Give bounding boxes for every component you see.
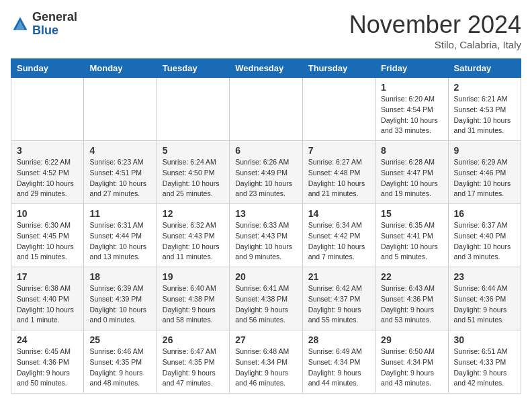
calendar-cell: 20Sunrise: 6:41 AM Sunset: 4:38 PM Dayli…: [230, 267, 302, 330]
day-number: 1: [381, 82, 442, 93]
calendar-cell: 16Sunrise: 6:37 AM Sunset: 4:40 PM Dayli…: [448, 204, 521, 267]
calendar-cell: 29Sunrise: 6:50 AM Sunset: 4:34 PM Dayli…: [375, 330, 448, 394]
week-row-1: 1Sunrise: 6:20 AM Sunset: 4:54 PM Daylig…: [11, 78, 521, 141]
day-header-friday: Friday: [375, 59, 448, 78]
day-info: Sunrise: 6:24 AM Sunset: 4:50 PM Dayligh…: [163, 157, 224, 199]
day-info: Sunrise: 6:26 AM Sunset: 4:49 PM Dayligh…: [235, 157, 296, 199]
calendar-cell: 13Sunrise: 6:33 AM Sunset: 4:43 PM Dayli…: [230, 204, 302, 267]
day-info: Sunrise: 6:32 AM Sunset: 4:43 PM Dayligh…: [163, 220, 224, 263]
day-number: 30: [454, 334, 515, 345]
week-row-5: 24Sunrise: 6:45 AM Sunset: 4:36 PM Dayli…: [11, 330, 521, 394]
calendar-cell: 9Sunrise: 6:29 AM Sunset: 4:46 PM Daylig…: [448, 141, 521, 204]
calendar-cell: 18Sunrise: 6:39 AM Sunset: 4:39 PM Dayli…: [84, 267, 157, 330]
day-number: 17: [17, 271, 78, 282]
day-info: Sunrise: 6:49 AM Sunset: 4:34 PM Dayligh…: [308, 347, 369, 389]
logo-general: General: [32, 10, 77, 24]
day-number: 20: [235, 271, 296, 282]
calendar-cell: 14Sunrise: 6:34 AM Sunset: 4:42 PM Dayli…: [302, 204, 375, 267]
day-info: Sunrise: 6:21 AM Sunset: 4:53 PM Dayligh…: [454, 94, 515, 136]
day-number: 4: [89, 145, 150, 156]
week-row-2: 3Sunrise: 6:22 AM Sunset: 4:52 PM Daylig…: [11, 141, 521, 204]
day-info: Sunrise: 6:50 AM Sunset: 4:34 PM Dayligh…: [381, 347, 442, 389]
day-header-sunday: Sunday: [11, 59, 84, 78]
title-block: November 2024 Stilo, Calabria, Italy: [349, 11, 521, 50]
day-info: Sunrise: 6:35 AM Sunset: 4:41 PM Dayligh…: [381, 220, 442, 263]
day-info: Sunrise: 6:39 AM Sunset: 4:39 PM Dayligh…: [89, 283, 150, 326]
calendar-cell: [11, 78, 84, 141]
calendar-cell: [157, 78, 229, 141]
day-header-thursday: Thursday: [302, 59, 375, 78]
day-info: Sunrise: 6:33 AM Sunset: 4:43 PM Dayligh…: [235, 220, 296, 263]
day-info: Sunrise: 6:38 AM Sunset: 4:40 PM Dayligh…: [17, 283, 78, 326]
day-number: 22: [381, 271, 442, 282]
day-info: Sunrise: 6:40 AM Sunset: 4:38 PM Dayligh…: [163, 283, 224, 326]
day-number: 19: [163, 271, 224, 282]
calendar-cell: 26Sunrise: 6:47 AM Sunset: 4:35 PM Dayli…: [157, 330, 229, 394]
logo-blue: Blue: [32, 24, 58, 37]
day-number: 29: [381, 334, 442, 345]
day-number: 6: [235, 145, 296, 156]
page-header: General Blue November 2024 Stilo, Calabr…: [11, 11, 521, 50]
calendar-cell: 17Sunrise: 6:38 AM Sunset: 4:40 PM Dayli…: [11, 267, 84, 330]
week-row-3: 10Sunrise: 6:30 AM Sunset: 4:45 PM Dayli…: [11, 204, 521, 267]
logo: General Blue: [11, 11, 77, 38]
day-number: 12: [163, 208, 224, 219]
calendar-cell: 25Sunrise: 6:46 AM Sunset: 4:35 PM Dayli…: [84, 330, 157, 394]
day-number: 9: [454, 145, 515, 156]
day-number: 18: [89, 271, 150, 282]
day-info: Sunrise: 6:20 AM Sunset: 4:54 PM Dayligh…: [381, 94, 442, 136]
day-info: Sunrise: 6:27 AM Sunset: 4:48 PM Dayligh…: [308, 157, 369, 199]
day-number: 28: [308, 334, 369, 345]
day-info: Sunrise: 6:22 AM Sunset: 4:52 PM Dayligh…: [17, 157, 78, 199]
calendar-cell: 23Sunrise: 6:44 AM Sunset: 4:36 PM Dayli…: [448, 267, 521, 330]
calendar-cell: 3Sunrise: 6:22 AM Sunset: 4:52 PM Daylig…: [11, 141, 84, 204]
day-number: 3: [17, 145, 78, 156]
calendar-cell: 5Sunrise: 6:24 AM Sunset: 4:50 PM Daylig…: [157, 141, 229, 204]
day-info: Sunrise: 6:48 AM Sunset: 4:34 PM Dayligh…: [235, 347, 296, 389]
day-info: Sunrise: 6:31 AM Sunset: 4:44 PM Dayligh…: [89, 220, 150, 263]
calendar-cell: 19Sunrise: 6:40 AM Sunset: 4:38 PM Dayli…: [157, 267, 229, 330]
calendar-table: SundayMondayTuesdayWednesdayThursdayFrid…: [11, 58, 521, 394]
location-subtitle: Stilo, Calabria, Italy: [349, 39, 521, 50]
calendar-cell: 11Sunrise: 6:31 AM Sunset: 4:44 PM Dayli…: [84, 204, 157, 267]
day-info: Sunrise: 6:30 AM Sunset: 4:45 PM Dayligh…: [17, 220, 78, 263]
calendar-cell: 8Sunrise: 6:28 AM Sunset: 4:47 PM Daylig…: [375, 141, 448, 204]
calendar-cell: 2Sunrise: 6:21 AM Sunset: 4:53 PM Daylig…: [448, 78, 521, 141]
calendar-cell: [230, 78, 302, 141]
calendar-cell: 22Sunrise: 6:43 AM Sunset: 4:36 PM Dayli…: [375, 267, 448, 330]
day-number: 21: [308, 271, 369, 282]
day-number: 7: [308, 145, 369, 156]
logo-text: General Blue: [32, 11, 77, 38]
calendar-cell: 12Sunrise: 6:32 AM Sunset: 4:43 PM Dayli…: [157, 204, 229, 267]
header-row: SundayMondayTuesdayWednesdayThursdayFrid…: [11, 59, 521, 78]
day-info: Sunrise: 6:47 AM Sunset: 4:35 PM Dayligh…: [163, 347, 224, 389]
calendar-cell: 27Sunrise: 6:48 AM Sunset: 4:34 PM Dayli…: [230, 330, 302, 394]
calendar-cell: 4Sunrise: 6:23 AM Sunset: 4:51 PM Daylig…: [84, 141, 157, 204]
day-info: Sunrise: 6:29 AM Sunset: 4:46 PM Dayligh…: [454, 157, 515, 199]
calendar-cell: [302, 78, 375, 141]
day-info: Sunrise: 6:43 AM Sunset: 4:36 PM Dayligh…: [381, 283, 442, 326]
calendar-cell: 28Sunrise: 6:49 AM Sunset: 4:34 PM Dayli…: [302, 330, 375, 394]
day-info: Sunrise: 6:42 AM Sunset: 4:37 PM Dayligh…: [308, 283, 369, 326]
day-header-saturday: Saturday: [448, 59, 521, 78]
day-number: 27: [235, 334, 296, 345]
calendar-cell: [84, 78, 157, 141]
day-number: 23: [454, 271, 515, 282]
day-header-monday: Monday: [84, 59, 157, 78]
day-number: 2: [454, 82, 515, 93]
calendar-cell: 6Sunrise: 6:26 AM Sunset: 4:49 PM Daylig…: [230, 141, 302, 204]
logo-icon: [11, 15, 30, 34]
day-info: Sunrise: 6:28 AM Sunset: 4:47 PM Dayligh…: [381, 157, 442, 199]
calendar-cell: 24Sunrise: 6:45 AM Sunset: 4:36 PM Dayli…: [11, 330, 84, 394]
day-number: 10: [17, 208, 78, 219]
calendar-cell: 1Sunrise: 6:20 AM Sunset: 4:54 PM Daylig…: [375, 78, 448, 141]
day-number: 26: [163, 334, 224, 345]
day-number: 14: [308, 208, 369, 219]
day-number: 5: [163, 145, 224, 156]
day-info: Sunrise: 6:44 AM Sunset: 4:36 PM Dayligh…: [454, 283, 515, 326]
day-number: 8: [381, 145, 442, 156]
day-number: 16: [454, 208, 515, 219]
day-info: Sunrise: 6:46 AM Sunset: 4:35 PM Dayligh…: [89, 347, 150, 389]
day-number: 13: [235, 208, 296, 219]
day-info: Sunrise: 6:37 AM Sunset: 4:40 PM Dayligh…: [454, 220, 515, 263]
